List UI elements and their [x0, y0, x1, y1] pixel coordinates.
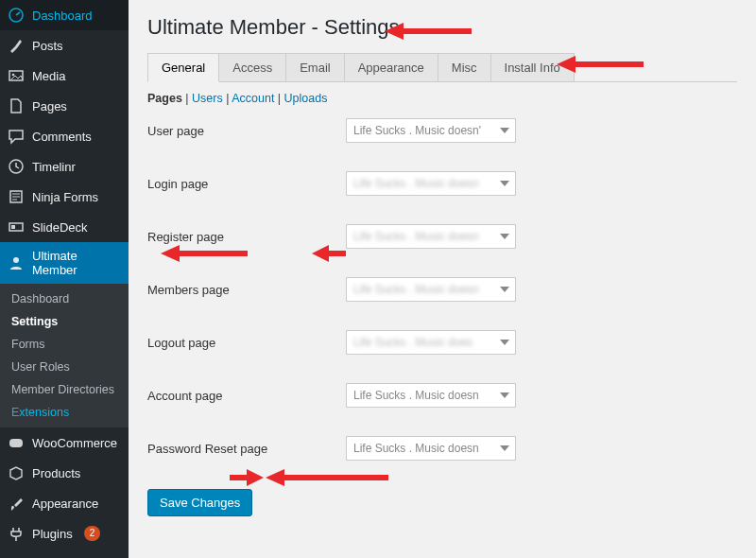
- svg-point-2: [12, 74, 15, 77]
- brush-icon: [8, 495, 25, 512]
- tab-misc[interactable]: Misc: [438, 53, 491, 81]
- sidebar-item-products[interactable]: Products: [0, 458, 129, 488]
- media-icon: [8, 67, 25, 84]
- plug-icon: [8, 525, 25, 542]
- sidebar-item-comments[interactable]: Comments: [0, 121, 129, 151]
- field-label: Register page: [147, 230, 346, 244]
- select-value: Life Sucks . Music doesn: [353, 442, 479, 455]
- select-register-page[interactable]: Life Sucks . Music doesn: [346, 224, 516, 249]
- subtab-account[interactable]: Account: [232, 92, 274, 105]
- comment-icon: [8, 128, 25, 145]
- sidebar-item-label: SlideDeck: [32, 220, 88, 235]
- svg-rect-8: [9, 439, 23, 447]
- clock-icon: [8, 158, 25, 175]
- submenu-item-settings[interactable]: Settings: [0, 310, 129, 333]
- select-account-page[interactable]: Life Sucks . Music doesn: [346, 383, 516, 408]
- field-label: Members page: [147, 283, 346, 297]
- sidebar-item-label: Comments: [32, 130, 92, 144]
- sidebar-item-dashboard[interactable]: Dashboard: [0, 0, 129, 30]
- sidebar-item-label: Appearance: [32, 497, 98, 511]
- sidebar-item-label: Ultimate Member: [32, 249, 121, 277]
- subtab-users[interactable]: Users: [192, 92, 223, 105]
- select-password-reset-page[interactable]: Life Sucks . Music doesn: [346, 436, 516, 461]
- select-login-page[interactable]: Life Sucks . Music doesn: [346, 171, 516, 196]
- tab-appearance[interactable]: Appearance: [344, 53, 438, 81]
- form-icon: [8, 188, 25, 205]
- tab-email[interactable]: Email: [285, 53, 345, 81]
- sidebar-item-label: Timelinr: [32, 160, 76, 174]
- sidebar-item-pages[interactable]: Pages: [0, 91, 129, 121]
- sidebar-item-label: Ninja Forms: [32, 190, 98, 204]
- page-icon: [8, 97, 25, 114]
- select-value: Life Sucks . Music doesn: [353, 389, 479, 402]
- update-badge: 2: [84, 526, 101, 541]
- sidebar-item-woocommerce[interactable]: WooCommerce: [0, 427, 129, 458]
- admin-sidebar: DashboardPostsMediaPagesCommentsTimelinr…: [0, 0, 129, 558]
- select-members-page[interactable]: Life Sucks . Music doesn: [346, 277, 516, 302]
- sidebar-item-appearance[interactable]: Appearance: [0, 488, 129, 518]
- tab-access[interactable]: Access: [218, 53, 286, 81]
- settings-subtabs: Pages | Users | Account | Uploads: [147, 92, 737, 105]
- submenu-item-forms[interactable]: Forms: [0, 333, 129, 356]
- sidebar-item-users[interactable]: Users: [0, 549, 129, 558]
- sidebar-item-media[interactable]: Media: [0, 61, 129, 91]
- pin-icon: [8, 37, 25, 54]
- field-label: User page: [147, 124, 346, 138]
- submenu: DashboardSettingsFormsUser RolesMember D…: [0, 284, 129, 427]
- field-label: Password Reset page: [147, 442, 346, 456]
- select-value: Life Sucks . Music doesn': [353, 124, 481, 137]
- gauge-icon: [8, 7, 25, 24]
- subtab-uploads[interactable]: Uploads: [284, 92, 328, 105]
- sidebar-item-timelinr[interactable]: Timelinr: [0, 151, 129, 182]
- subtab-current: Pages: [147, 92, 182, 105]
- user-icon: [8, 254, 25, 271]
- sidebar-item-label: Products: [32, 466, 80, 480]
- save-button[interactable]: Save Changes: [147, 489, 252, 516]
- svg-point-7: [13, 257, 19, 263]
- field-label: Account page: [147, 389, 346, 403]
- settings-tabs: GeneralAccessEmailAppearanceMiscInstall …: [147, 53, 737, 82]
- select-user-page[interactable]: Life Sucks . Music doesn': [346, 118, 516, 143]
- sidebar-item-label: Media: [32, 69, 65, 83]
- sidebar-item-posts[interactable]: Posts: [0, 30, 129, 61]
- sidebar-item-label: Pages: [32, 99, 67, 113]
- main-content: Ultimate Member - Settings GeneralAccess…: [129, 0, 756, 558]
- sidebar-item-plugins[interactable]: Plugins2: [0, 518, 129, 549]
- select-logout-page[interactable]: Life Sucks . Music does: [346, 330, 516, 355]
- svg-rect-6: [11, 225, 15, 229]
- sidebar-item-ninja-forms[interactable]: Ninja Forms: [0, 182, 129, 212]
- sidebar-item-slidedeck[interactable]: SlideDeck: [0, 212, 129, 242]
- select-value: Life Sucks . Music doesn: [353, 230, 479, 243]
- settings-form: User pageLife Sucks . Music doesn'Login …: [147, 118, 737, 461]
- page-title: Ultimate Member - Settings: [147, 15, 737, 40]
- select-value: Life Sucks . Music does: [353, 336, 472, 349]
- submenu-item-user-roles[interactable]: User Roles: [0, 356, 129, 378]
- slide-icon: [8, 218, 25, 235]
- tab-general[interactable]: General: [147, 53, 219, 82]
- select-value: Life Sucks . Music doesn: [353, 283, 479, 296]
- woo-icon: [8, 434, 25, 451]
- field-label: Login page: [147, 177, 346, 191]
- sidebar-item-label: Posts: [32, 39, 63, 53]
- submenu-item-extensions[interactable]: Extensions: [0, 401, 129, 424]
- tab-install-info[interactable]: Install Info: [490, 53, 575, 81]
- sidebar-item-label: WooCommerce: [32, 436, 117, 450]
- submenu-item-member-directories[interactable]: Member Directories: [0, 378, 129, 401]
- field-label: Logout page: [147, 336, 346, 350]
- select-value: Life Sucks . Music doesn: [353, 177, 479, 190]
- product-icon: [8, 464, 25, 481]
- sidebar-item-ultimate-member[interactable]: Ultimate Member: [0, 242, 129, 284]
- submenu-item-dashboard[interactable]: Dashboard: [0, 288, 129, 310]
- sidebar-item-label: Plugins: [32, 527, 73, 541]
- sidebar-item-label: Dashboard: [32, 9, 93, 23]
